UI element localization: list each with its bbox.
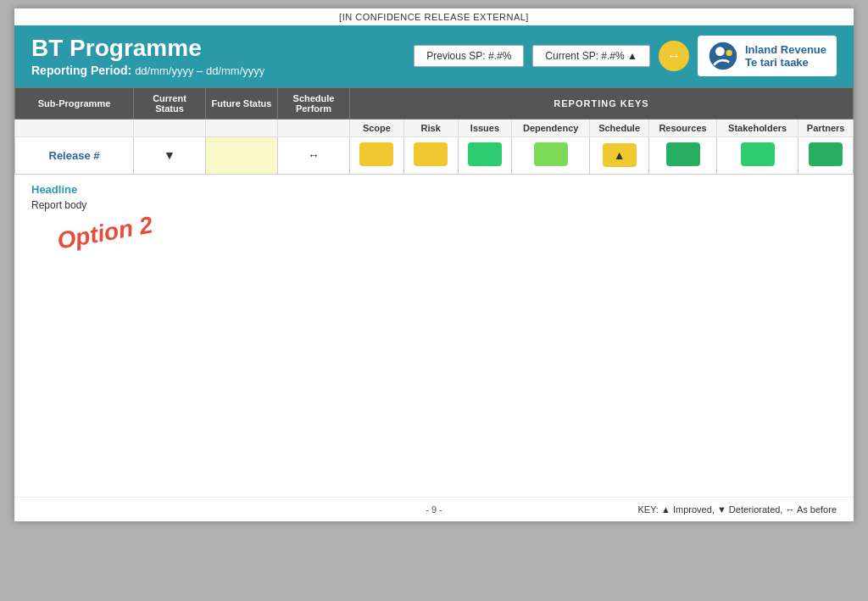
stakeholders-status-box — [741, 142, 775, 166]
programme-title: BT Programme — [31, 36, 264, 62]
main-table: Sub-Programme Current Status Future Stat… — [14, 87, 854, 175]
key-stakeholders: Stakeholders — [716, 119, 798, 136]
header-sub-programme: Sub-Programme — [15, 87, 134, 119]
svg-point-2 — [726, 50, 732, 56]
scope-cell — [350, 136, 404, 174]
table-section: Sub-Programme Current Status Future Stat… — [14, 87, 854, 175]
schedule-status-box: ▲ — [603, 143, 637, 167]
risk-status-box — [414, 142, 448, 166]
release-name-cell: Release # — [15, 136, 134, 174]
key-dependency: Dependency — [512, 119, 590, 136]
arrow-circle-button[interactable]: ↔ — [659, 41, 689, 71]
arrow-lr-icon: ↔ — [667, 48, 681, 64]
dependency-cell — [512, 136, 590, 174]
key-scope: Scope — [350, 119, 404, 136]
key-partners: Partners — [798, 119, 854, 136]
confidential-text: [IN CONFIDENCE RELEASE EXTERNAL] — [339, 12, 529, 22]
option2-label: Option 2 — [55, 211, 154, 254]
headline: Headline — [31, 183, 837, 196]
as-before-arrow-icon: ↔ — [308, 148, 320, 162]
future-status-cell — [206, 136, 278, 174]
inland-revenue-logo-icon — [708, 41, 738, 71]
page-number: - 9 - — [300, 504, 569, 515]
key-resources: Resources — [649, 119, 717, 136]
stakeholders-cell — [716, 136, 798, 174]
logo-text: Inland Revenue Te tari taake — [745, 43, 826, 70]
content-area: Headline Report body Option 2 — [14, 175, 854, 497]
logo-area: Inland Revenue Te tari taake — [698, 36, 837, 76]
svg-point-1 — [715, 47, 725, 57]
footer: - 9 - KEY: ▲ Improved, ▼ Deteriorated, ↔… — [14, 497, 854, 521]
header: BT Programme Reporting Period: dd/mm/yyy… — [14, 25, 854, 87]
header-schedule-perform: Schedule Perform — [278, 87, 350, 119]
risk-cell — [403, 136, 458, 174]
header-title-block: BT Programme Reporting Period: dd/mm/yyy… — [31, 36, 264, 77]
schedule-perform-cell: ↔ — [278, 136, 350, 174]
previous-sp-button[interactable]: Previous SP: #.#% — [414, 45, 524, 67]
key-schedule: Schedule — [590, 119, 649, 136]
confidential-bar: [IN CONFIDENCE RELEASE EXTERNAL] — [14, 8, 854, 25]
release-link[interactable]: Release # — [49, 149, 100, 162]
partners-cell — [798, 136, 854, 174]
current-status-cell: ▼ — [134, 136, 206, 174]
current-sp-button[interactable]: Current SP: #.#% ▲ — [532, 45, 650, 67]
deteriorated-arrow-icon: ▼ — [164, 148, 175, 162]
issues-cell — [458, 136, 512, 174]
report-body: Report body — [31, 199, 837, 211]
page-container: [IN CONFIDENCE RELEASE EXTERNAL] BT Prog… — [14, 8, 854, 521]
partners-status-box — [809, 142, 843, 166]
scope-status-box — [359, 142, 393, 166]
header-current-status: Current Status — [134, 87, 206, 119]
key-risk: Risk — [403, 119, 458, 136]
header-future-status: Future Status — [206, 87, 278, 119]
reporting-dates: dd/mm/yyyy – dd/mm/yyyy — [135, 64, 264, 77]
schedule-cell: ▲ — [590, 136, 649, 174]
resources-status-box — [666, 142, 700, 166]
header-controls: Previous SP: #.#% Current SP: #.#% ▲ ↔ I… — [414, 36, 837, 76]
dependency-status-box — [534, 142, 568, 166]
table-row: Release # ▼ ↔ — [15, 136, 854, 174]
key-labels-row: Scope Risk Issues Dependency Schedule Re… — [15, 119, 854, 136]
resources-cell — [649, 136, 717, 174]
header-reporting-keys: REPORTING KEYS — [350, 87, 854, 119]
reporting-period: Reporting Period: dd/mm/yyyy – dd/mm/yyy… — [31, 64, 264, 77]
footer-left-spacer — [31, 504, 300, 515]
issues-status-box — [468, 142, 502, 166]
key-issues: Issues — [458, 119, 512, 136]
key-legend: KEY: ▲ Improved, ▼ Deteriorated, ↔ As be… — [568, 504, 837, 515]
svg-point-0 — [709, 42, 737, 70]
